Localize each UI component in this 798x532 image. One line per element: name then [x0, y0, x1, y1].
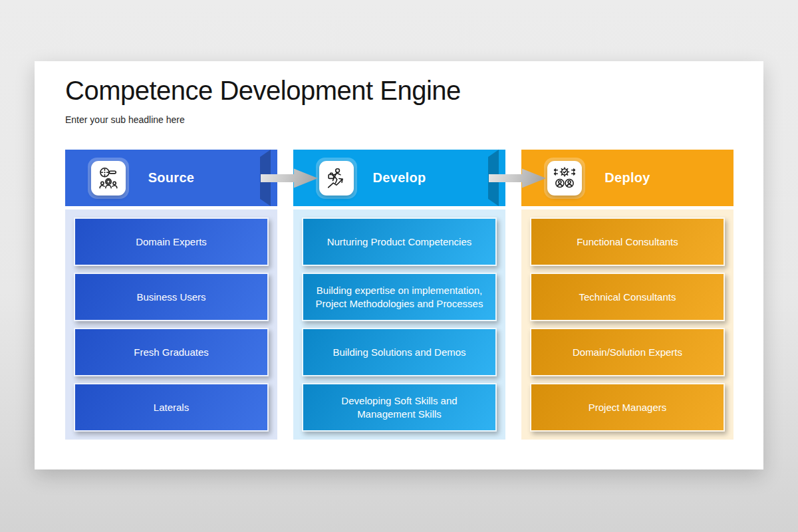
list-item-label: Domain Experts [136, 235, 207, 249]
list-item[interactable]: Fresh Graduates [74, 328, 269, 376]
list-item-label: Technical Consultants [579, 291, 676, 304]
stage-header-label: Source [65, 170, 277, 186]
list-item[interactable]: Building Solutions and Demos [302, 328, 497, 376]
list-item-label: Nurturing Product Competencies [327, 235, 472, 249]
list-item[interactable]: Domain Experts [74, 217, 269, 266]
list-item[interactable]: Technical Consultants [530, 273, 725, 321]
column-develop: Develop Nurturing Product Competencies B… [293, 61, 505, 469]
list-item[interactable]: Project Managers [530, 383, 725, 432]
list-item-label: Domain/Solution Experts [573, 346, 682, 359]
stage-header-deploy[interactable]: Deploy [521, 150, 733, 206]
list-item[interactable]: Business Users [74, 273, 269, 321]
page-background: Competence Development Engine Enter your… [0, 0, 798, 532]
list-item-label: Laterals [154, 401, 189, 414]
column-deploy: Deploy Functional Consultants Technical … [521, 61, 733, 469]
list-item-label: Fresh Graduates [134, 346, 209, 359]
stage-panel-source: Domain Experts Business Users Fresh Grad… [65, 209, 277, 440]
list-item[interactable]: Building expertise on implementation, Pr… [302, 273, 497, 321]
stage-header-develop[interactable]: Develop [293, 150, 505, 206]
list-item[interactable]: Nurturing Product Competencies [302, 217, 497, 266]
stage-header-label: Deploy [521, 170, 733, 186]
stage-header-label: Develop [293, 170, 505, 186]
list-item[interactable]: Laterals [74, 383, 269, 432]
list-item[interactable]: Functional Consultants [530, 217, 725, 266]
list-item-label: Building Solutions and Demos [332, 346, 466, 359]
list-item[interactable]: Domain/Solution Experts [530, 328, 725, 376]
list-item-label: Building expertise on implementation, Pr… [314, 284, 485, 311]
list-item-label: Functional Consultants [577, 235, 678, 249]
list-item-label: Project Managers [589, 401, 667, 414]
list-item-label: Developing Soft Skills and Management Sk… [314, 394, 485, 421]
stage-header-source[interactable]: Source [65, 150, 277, 206]
stage-panel-develop: Nurturing Product Competencies Building … [293, 209, 505, 440]
stage-panel-deploy: Functional Consultants Technical Consult… [521, 209, 733, 440]
slide-card: Competence Development Engine Enter your… [35, 61, 763, 469]
column-source: Source Domain Experts Business Users Fre… [65, 61, 277, 469]
list-item-label: Business Users [136, 291, 205, 304]
list-item[interactable]: Developing Soft Skills and Management Sk… [302, 383, 497, 432]
